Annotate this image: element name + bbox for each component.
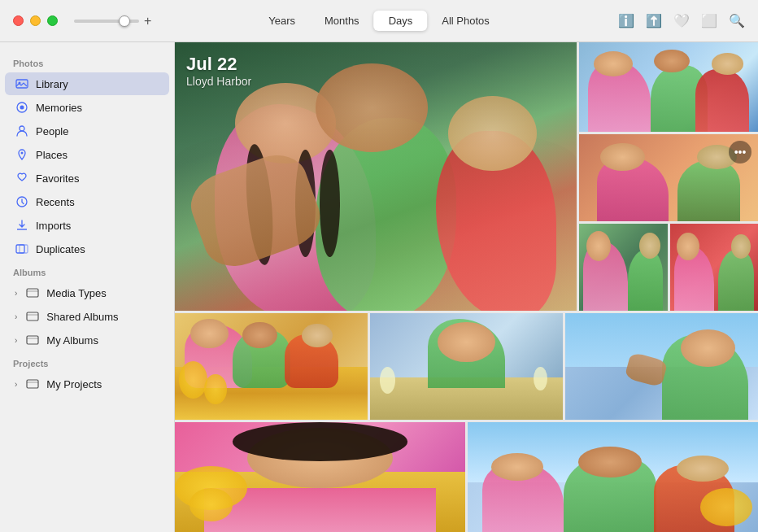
sidebar-item-media-types[interactable]: › Media Types xyxy=(5,281,169,304)
albums-section-label: Albums xyxy=(0,261,174,281)
fullscreen-button[interactable] xyxy=(47,15,58,26)
svg-point-5 xyxy=(21,152,24,155)
photo-thumb-2-top[interactable]: ••• xyxy=(579,134,758,221)
media-types-icon xyxy=(25,286,40,300)
sidebar-item-places[interactable]: Places xyxy=(5,143,169,166)
zoom-slider-track[interactable] xyxy=(74,20,139,23)
photos-section-label: Photos xyxy=(0,52,174,72)
tab-allphotos[interactable]: All Photos xyxy=(427,11,504,31)
heart-icon[interactable]: 🤍 xyxy=(673,13,690,28)
svg-rect-12 xyxy=(27,380,38,388)
svg-rect-10 xyxy=(27,312,38,321)
duplicates-label: Duplicates xyxy=(36,243,85,255)
zoom-plus-icon[interactable]: + xyxy=(144,14,151,28)
sidebar-item-people[interactable]: People xyxy=(5,120,169,142)
sidebar-item-shared-albums[interactable]: › Shared Albums xyxy=(5,305,169,328)
tab-years[interactable]: Years xyxy=(254,11,310,31)
svg-point-4 xyxy=(20,126,24,131)
photo-thumb-3[interactable] xyxy=(579,224,668,311)
my-projects-icon xyxy=(25,377,40,391)
sidebar-item-library[interactable]: Library xyxy=(5,72,169,95)
info-icon[interactable]: ℹ️ xyxy=(618,13,634,28)
svg-rect-7 xyxy=(16,245,24,253)
my-projects-chevron: › xyxy=(15,380,17,389)
zoom-slider-area: + xyxy=(74,14,151,28)
memories-icon xyxy=(15,100,29,115)
places-icon xyxy=(15,147,29,162)
recents-icon xyxy=(15,194,29,209)
photo-thumb-1[interactable] xyxy=(579,42,758,132)
share-icon[interactable]: ⬆️ xyxy=(646,13,662,28)
photo-row2-3[interactable] xyxy=(565,313,758,420)
shared-albums-label: Shared Albums xyxy=(46,311,118,323)
my-albums-icon xyxy=(25,333,40,347)
imports-label: Imports xyxy=(36,220,71,232)
view-tabs: Years Months Days All Photos xyxy=(254,11,504,31)
svg-rect-9 xyxy=(27,289,38,297)
minimize-button[interactable] xyxy=(30,15,41,26)
zoom-slider-thumb[interactable] xyxy=(119,15,130,27)
tab-months[interactable]: Months xyxy=(310,11,374,31)
svg-rect-11 xyxy=(27,336,38,344)
tab-days[interactable]: Days xyxy=(374,11,428,31)
photo-date: Jul 22 xyxy=(186,54,251,75)
close-button[interactable] xyxy=(13,15,24,26)
imports-icon xyxy=(15,218,29,233)
photo-location: Lloyd Harbor xyxy=(186,75,251,88)
shared-albums-chevron: › xyxy=(15,312,17,321)
main-photo-large[interactable]: Jul 22 Lloyd Harbor xyxy=(175,42,577,311)
search-icon[interactable]: 🔍 xyxy=(729,13,745,28)
photo-row2-2[interactable] xyxy=(370,313,563,420)
svg-rect-0 xyxy=(16,80,28,88)
svg-point-3 xyxy=(20,106,24,110)
media-types-label: Media Types xyxy=(46,287,106,299)
sidebar-item-recents[interactable]: Recents xyxy=(5,190,169,213)
people-label: People xyxy=(36,125,68,137)
sidebar: Photos Library Memories xyxy=(0,42,175,532)
shared-albums-icon xyxy=(25,309,40,324)
titlebar: + Years Months Days All Photos ℹ️ ⬆️ 🤍 ⬜… xyxy=(0,0,758,42)
my-albums-chevron: › xyxy=(15,336,17,345)
media-types-chevron: › xyxy=(15,289,17,298)
favorites-label: Favorites xyxy=(36,172,79,185)
projects-section-label: Projects xyxy=(0,352,174,372)
duplicates-icon xyxy=(15,242,29,256)
sidebar-item-my-albums[interactable]: › My Albums xyxy=(5,329,169,351)
more-button[interactable]: ••• xyxy=(729,141,751,164)
sidebar-item-memories[interactable]: Memories xyxy=(5,96,169,119)
library-icon xyxy=(15,76,29,91)
photo-row3-2[interactable] xyxy=(468,422,758,532)
my-projects-label: My Projects xyxy=(46,378,102,390)
photo-row3-1[interactable] xyxy=(175,422,465,532)
sidebar-item-imports[interactable]: Imports xyxy=(5,214,169,237)
sidebar-item-duplicates[interactable]: Duplicates xyxy=(5,238,169,260)
places-label: Places xyxy=(36,149,68,161)
recents-label: Recents xyxy=(36,196,75,208)
main-content: Photos Library Memories xyxy=(0,42,758,532)
people-icon xyxy=(15,124,29,138)
svg-rect-8 xyxy=(20,245,28,253)
date-overlay: Jul 22 Lloyd Harbor xyxy=(186,54,251,88)
photo-area: Jul 22 Lloyd Harbor xyxy=(175,42,758,532)
crop-icon[interactable]: ⬜ xyxy=(701,13,717,28)
sidebar-item-my-projects[interactable]: › My Projects xyxy=(5,373,169,395)
photo-row2-1[interactable] xyxy=(175,313,368,420)
my-albums-label: My Albums xyxy=(46,334,98,347)
traffic-lights xyxy=(13,15,58,26)
sidebar-item-favorites[interactable]: Favorites xyxy=(5,167,169,190)
toolbar-icons: ℹ️ ⬆️ 🤍 ⬜ 🔍 xyxy=(618,13,745,28)
favorites-icon xyxy=(15,171,29,185)
photo-thumb-4[interactable] xyxy=(670,224,759,311)
memories-label: Memories xyxy=(36,102,82,114)
library-label: Library xyxy=(36,78,68,90)
